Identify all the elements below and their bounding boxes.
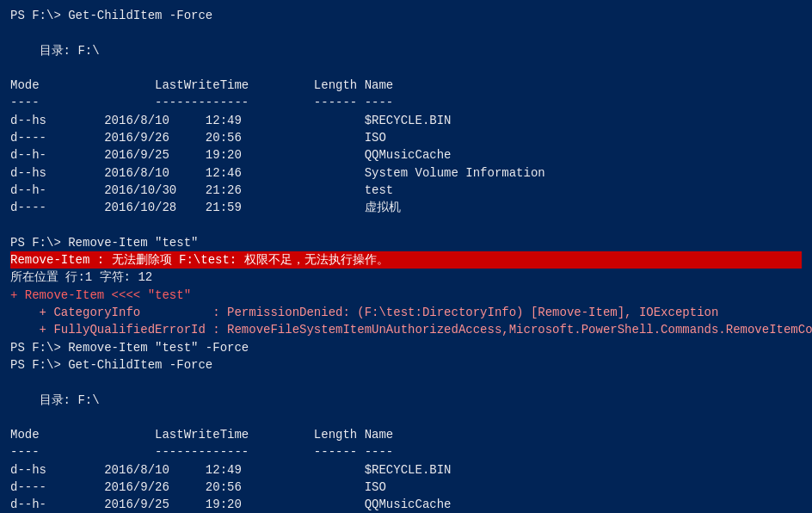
table-row: d--hs 2016/8/10 12:49 $RECYCLE.BIN — [10, 461, 802, 479]
blank-2 — [10, 59, 802, 77]
col-header-2: Mode LastWriteTime Length Name — [10, 426, 802, 443]
dir-label-2: 目录: F:\ — [10, 392, 802, 409]
prompt-3: PS F:\> Remove-Item "test" -Force — [10, 339, 802, 356]
error-detail-2: + FullyQualifiedErrorId : RemoveFileSyst… — [10, 321, 802, 338]
table-row: d--hs 2016/8/10 12:49 $RECYCLE.BIN — [10, 112, 802, 129]
table-row: d--h- 2016/10/30 21:26 test — [10, 182, 802, 199]
col-sep-1: ---- ------------- ------ ---- — [10, 94, 802, 111]
blank-3 — [10, 217, 802, 234]
col-sep-2: ---- ------------- ------ ---- — [10, 443, 802, 460]
table-row: d--hs 2016/8/10 12:46 System Volume Info… — [10, 164, 802, 182]
prompt-2: PS F:\> Remove-Item "test" — [10, 234, 802, 251]
error-detail-1: + CategoryInfo : PermissionDenied: (F:\t… — [10, 304, 802, 321]
prompt-4: PS F:\> Get-ChildItem -Force — [10, 356, 802, 374]
table-row: d---- 2016/9/26 20:56 ISO — [10, 129, 802, 146]
prompt-1: PS F:\> Get-ChildItem -Force — [10, 7, 802, 24]
blank-5 — [10, 409, 802, 426]
blank-4 — [10, 374, 802, 391]
error-line-1: Remove-Item : 无法删除项 F:\test: 权限不足，无法执行操作… — [10, 251, 802, 269]
error-line-2: 所在位置 行:1 字符: 12 — [10, 269, 802, 286]
error-line-3: + Remove-Item <<<< "test" — [10, 287, 802, 304]
col-header-1: Mode LastWriteTime Length Name — [10, 77, 802, 94]
table-row: d--h- 2016/9/25 19:20 QQMusicCache — [10, 496, 802, 513]
table-row: d---- 2016/9/26 20:56 ISO — [10, 479, 802, 496]
terminal-window[interactable]: PS F:\> Get-ChildItem -Force 目录: F:\ Mod… — [10, 7, 802, 513]
dir-label-1: 目录: F:\ — [10, 42, 802, 59]
blank-1 — [10, 24, 802, 41]
table-row: d--h- 2016/9/25 19:20 QQMusicCache — [10, 146, 802, 164]
table-row: d---- 2016/10/28 21:59 虚拟机 — [10, 199, 802, 216]
